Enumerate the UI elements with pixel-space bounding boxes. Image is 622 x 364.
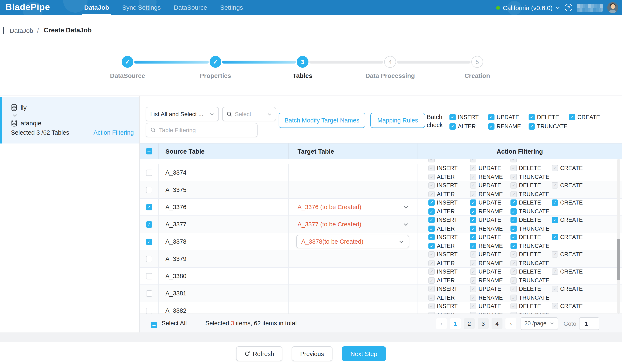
checkbox-delete[interactable]: ✓ <box>510 217 517 223</box>
page-size-select[interactable]: 20 /page <box>521 317 558 330</box>
nav-item-settings[interactable]: Settings <box>220 0 243 15</box>
checkbox-insert[interactable]: ✓ <box>428 199 435 206</box>
target-db-name: afanqie <box>21 119 41 126</box>
checkbox-truncate[interactable]: ✓ <box>528 123 535 130</box>
page-button-4[interactable]: 4 <box>491 318 503 329</box>
checkbox-update: ✓ <box>470 251 476 258</box>
batch-action-alter[interactable]: ✓ALTER <box>449 123 488 130</box>
source-table-cell: A_3374 <box>159 164 289 181</box>
breadcrumb-parent[interactable]: DataJob <box>10 27 33 34</box>
checkbox-insert[interactable]: ✓ <box>428 217 435 223</box>
chevron-down-icon[interactable] <box>403 222 409 227</box>
checkbox-delete[interactable]: ✓ <box>528 114 535 120</box>
select-all-header-checkbox[interactable] <box>146 148 152 154</box>
help-icon[interactable]: ? <box>565 4 572 11</box>
row-select-checkbox[interactable] <box>146 256 152 262</box>
action-label: INSERT <box>437 234 458 240</box>
action-label: UPDATE <box>479 217 501 223</box>
action-label: DELETE <box>519 286 541 292</box>
checkbox-update[interactable]: ✓ <box>470 234 476 240</box>
checkbox-alter[interactable]: ✓ <box>449 123 456 130</box>
checkbox-create[interactable]: ✓ <box>552 199 558 206</box>
refresh-button[interactable]: Refresh <box>236 346 283 361</box>
nav-item-sync-settings[interactable]: Sync Settings <box>122 0 160 15</box>
table-filter-input[interactable]: Table Filtering <box>146 123 257 137</box>
action-label: TRUNCATE <box>519 174 549 180</box>
select-all-checkbox[interactable] <box>151 322 157 328</box>
row-select-checkbox[interactable] <box>146 169 152 176</box>
batch-action-insert[interactable]: ✓INSERT <box>449 114 488 120</box>
action-update: ✓UPDATE <box>470 251 510 258</box>
row-select-checkbox[interactable] <box>146 187 152 193</box>
checkbox-alter[interactable]: ✓ <box>428 226 435 232</box>
checkbox-rename[interactable]: ✓ <box>470 226 476 232</box>
checkbox-truncate[interactable]: ✓ <box>510 243 517 249</box>
table-search-select[interactable]: Select <box>222 107 276 121</box>
checkbox-insert[interactable]: ✓ <box>449 114 456 120</box>
batch-action-create[interactable]: ✓CREATE <box>569 114 607 120</box>
target-table-name: A_3378(to be Created) <box>301 238 363 245</box>
action-delete: ✓DELETE <box>510 217 552 223</box>
batch-action-truncate[interactable]: ✓TRUNCATE <box>528 123 569 130</box>
checkbox-create[interactable]: ✓ <box>552 217 558 223</box>
nav-item-datajob[interactable]: DataJob <box>84 0 109 15</box>
checkbox-update[interactable]: ✓ <box>470 199 476 206</box>
checkbox-rename[interactable]: ✓ <box>488 123 494 130</box>
action-label: DELETE <box>519 303 541 309</box>
action-filtering-header: Action Filtering <box>417 143 622 159</box>
app-logo[interactable]: BladePipe <box>5 2 50 12</box>
action-label: CREATE <box>560 251 583 258</box>
row-select-checkbox[interactable] <box>146 290 152 296</box>
action-label: UPDATE <box>479 165 501 171</box>
batch-action-delete[interactable]: ✓DELETE <box>528 114 569 120</box>
page-button-1[interactable]: 1 <box>450 318 461 329</box>
checkbox-truncate[interactable]: ✓ <box>510 226 517 232</box>
goto-page-input[interactable]: 1 <box>579 317 600 330</box>
username-redacted[interactable] <box>577 3 603 12</box>
action-insert: ✓INSERT <box>428 251 470 258</box>
action-label: RENAME <box>479 174 503 180</box>
step-label-creation: Creation <box>439 72 515 79</box>
checkbox-create[interactable]: ✓ <box>552 234 558 240</box>
action-label: INSERT <box>437 182 458 189</box>
row-select-checkbox[interactable]: ✓ <box>146 221 152 228</box>
batch-action-update[interactable]: ✓UPDATE <box>488 114 528 120</box>
row-select-checkbox[interactable] <box>146 307 152 313</box>
checkbox-delete[interactable]: ✓ <box>510 234 517 240</box>
previous-button[interactable]: Previous <box>292 346 332 361</box>
datasource-pair-item[interactable]: lly afanqie Selected 3 /62 Tables Action… <box>0 97 139 143</box>
checkbox-rename[interactable]: ✓ <box>470 243 476 249</box>
action-filtering-link[interactable]: Action Filtering <box>94 129 134 136</box>
chevron-down-icon[interactable] <box>403 204 409 210</box>
checkbox-rename[interactable]: ✓ <box>470 209 476 215</box>
checkbox-create[interactable]: ✓ <box>569 114 575 120</box>
checkbox-insert: ✓ <box>428 303 435 309</box>
action-label: INSERT <box>437 303 458 309</box>
page-button-3[interactable]: 3 <box>478 318 489 329</box>
action-create: ✓CREATE <box>552 286 598 292</box>
list-mode-select[interactable]: List All and Select ... <box>146 107 219 121</box>
checkbox-delete[interactable]: ✓ <box>510 199 517 206</box>
batch-action-rename[interactable]: ✓RENAME <box>488 123 528 130</box>
next-step-button[interactable]: Next Step <box>342 346 386 361</box>
checkbox-alter[interactable]: ✓ <box>428 209 435 215</box>
page-button-2[interactable]: 2 <box>464 318 475 329</box>
batch-modify-target-names-button[interactable]: Batch Modify Target Names <box>279 113 365 128</box>
next-page-button[interactable]: › <box>505 318 516 329</box>
checkbox-alter[interactable]: ✓ <box>428 243 435 249</box>
checkbox-insert[interactable]: ✓ <box>428 234 435 240</box>
table-scrollbar-thumb[interactable] <box>617 239 620 280</box>
checkbox-update[interactable]: ✓ <box>488 114 494 120</box>
row-select-checkbox[interactable]: ✓ <box>146 204 152 210</box>
mapping-rules-button[interactable]: Mapping Rules <box>370 113 425 128</box>
row-select-checkbox[interactable] <box>146 273 152 279</box>
nav-item-datasource[interactable]: DataSource <box>174 0 207 15</box>
action-label: CREATE <box>560 234 583 240</box>
row-select-checkbox[interactable]: ✓ <box>146 238 152 245</box>
avatar[interactable] <box>607 2 618 13</box>
checkbox-update[interactable]: ✓ <box>470 217 476 223</box>
target-table-select[interactable]: A_3378(to be Created) <box>296 235 409 248</box>
source-table-cell: A_3379 <box>159 250 289 267</box>
environment-selector[interactable]: California (v0.6.0) <box>496 4 560 11</box>
checkbox-truncate[interactable]: ✓ <box>510 209 517 215</box>
